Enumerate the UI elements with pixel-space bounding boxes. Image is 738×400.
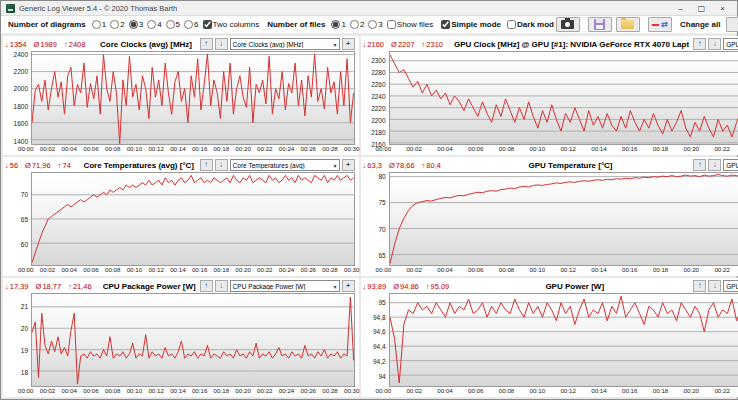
y-axis-labels: 140016001800200022002400 [5, 51, 31, 145]
diagrams-radio-input-2[interactable] [110, 20, 119, 29]
save-button[interactable] [588, 17, 612, 32]
diagrams-radio-3[interactable]: 3 [129, 20, 143, 29]
signal-dropdown[interactable]: Core Clocks (avg) [MHz]▾ [230, 38, 340, 50]
red-line-icon [652, 24, 659, 26]
signal-down-button[interactable]: ↓ [708, 38, 721, 50]
screenshot-button[interactable] [556, 17, 580, 32]
max-value: 21,46 [73, 282, 92, 291]
close-button[interactable]: × [713, 2, 732, 14]
diagrams-radio-input-4[interactable] [147, 20, 156, 29]
signal-up-button[interactable]: ↑ [693, 280, 706, 292]
add-signal-button[interactable]: + [342, 159, 355, 171]
show-files-checkbox[interactable] [387, 20, 396, 29]
y-tick-label: 20 [21, 324, 28, 331]
radio-label: 2 [120, 20, 124, 29]
avg-value: 2207 [398, 40, 415, 49]
x-tick-label: 00:04 [61, 266, 76, 275]
diagrams-radio-5[interactable]: 5 [166, 20, 180, 29]
signal-down-button[interactable]: ↓ [215, 159, 228, 171]
title-bar: Generic Log Viewer 5.4 - © 2020 Thomas B… [1, 1, 737, 15]
dark-mode-checkbox[interactable] [507, 20, 516, 29]
x-tick-label: 00:06 [468, 387, 483, 396]
diagrams-radio-4[interactable]: 4 [147, 20, 161, 29]
two-columns-checkbox[interactable] [203, 20, 212, 29]
radio-label: 3 [139, 20, 143, 29]
files-radio-input-1[interactable] [331, 20, 340, 29]
minimize-button[interactable]: – [671, 2, 690, 14]
dark-mode-checkbox-item[interactable]: Dark mod [507, 20, 556, 29]
two-columns-checkbox-item[interactable]: Two columns [203, 20, 260, 29]
avg-value: 71,96 [32, 161, 51, 170]
signal-up-button[interactable]: ↑ [693, 38, 706, 50]
add-signal-button[interactable]: + [342, 280, 355, 292]
signal-up-button[interactable]: ↑ [693, 159, 706, 171]
signal-down-button[interactable]: ↓ [215, 38, 228, 50]
diagrams-radio-1[interactable]: 1 [92, 20, 106, 29]
x-tick-label: 00:18 [653, 266, 668, 275]
x-tick-label: 00:14 [170, 266, 185, 275]
y-tick-label: 95 [378, 298, 385, 305]
diagrams-radio-input-6[interactable] [184, 20, 193, 29]
simple-mode-checkbox-item[interactable]: Simple mode [441, 20, 503, 29]
chart-title: CPU Package Power [W] [103, 282, 196, 291]
chart-plot-area [389, 293, 738, 387]
chart-title: GPU Temperature [°C] [452, 161, 689, 170]
max-value: 2408 [69, 40, 86, 49]
x-tick-label: 00:20 [235, 145, 250, 154]
signal-up-button[interactable]: ↑ [200, 38, 213, 50]
y-tick-label: 1800 [14, 102, 28, 109]
show-files-checkbox-item[interactable]: Show files [387, 20, 433, 29]
signal-up-button[interactable]: ↑ [200, 280, 213, 292]
chart-buttons: ↑ ↓ GPU Clock [MHz] @ GPU▾ + [693, 38, 738, 50]
x-tick-label: 00:16 [192, 145, 207, 154]
files-radio-2[interactable]: 2 [350, 20, 364, 29]
signal-down-button[interactable]: ↓ [215, 280, 228, 292]
signal-up-button[interactable]: ↑ [200, 159, 213, 171]
files-label: Number of files [267, 20, 325, 29]
signal-dropdown[interactable]: Core Temperatures (avg)▾ [230, 159, 340, 171]
x-tick-label: 00:28 [322, 145, 337, 154]
y-tick-label: 21 [21, 303, 28, 310]
x-tick-label: 00:10 [530, 266, 545, 275]
y-axis-labels: 9494,294,494,694,895 [363, 293, 389, 387]
y-tick-label: 1600 [14, 120, 28, 127]
chart-plot-area [31, 172, 355, 266]
open-folder-button[interactable] [616, 17, 640, 32]
files-radio-3[interactable]: 3 [368, 20, 382, 29]
change-all-up-button[interactable]: ↑ [726, 17, 738, 32]
diagrams-radio-input-5[interactable] [166, 20, 175, 29]
signal-dropdown[interactable]: GPU Clock [MHz] @ GPU▾ [723, 38, 738, 50]
chart-plot-area [31, 51, 355, 145]
x-axis-labels: 00:0000:0200:0400:0600:0800:1000:1200:14… [376, 387, 738, 396]
chart-buttons: ↑ ↓ Core Clocks (avg) [MHz]▾ + [200, 38, 355, 50]
diagrams-label: Number of diagrams [8, 20, 86, 29]
signal-dropdown[interactable]: GPU Temperature [°C]▾ [723, 159, 738, 171]
y-tick-label: 65 [21, 216, 28, 223]
signal-down-button[interactable]: ↓ [708, 159, 721, 171]
chart-plot-area [389, 172, 738, 266]
diagrams-radio-input-1[interactable] [92, 20, 101, 29]
signal-down-button[interactable]: ↓ [708, 280, 721, 292]
reset-colors-button[interactable]: ⇄ [648, 17, 672, 32]
x-tick-label: 00:06 [468, 145, 483, 154]
signal-dropdown[interactable]: CPU Package Power [W]▾ [230, 280, 340, 292]
files-radio-1[interactable]: 1 [331, 20, 345, 29]
simple-mode-checkbox[interactable] [441, 20, 450, 29]
diagrams-radio-6[interactable]: 6 [184, 20, 198, 29]
diagrams-radio-2[interactable]: 2 [110, 20, 124, 29]
files-radio-input-3[interactable] [368, 20, 377, 29]
avg-icon: Ø [393, 282, 399, 291]
diagrams-radio-input-3[interactable] [129, 20, 138, 29]
x-tick-label: 00:00 [376, 387, 391, 396]
files-radio-input-2[interactable] [350, 20, 359, 29]
x-tick-label: 00:22 [257, 145, 272, 154]
save-icon [594, 19, 605, 30]
signal-dropdown[interactable]: GPU Power [W]▾ [723, 280, 738, 292]
y-tick-label: 80 [378, 172, 385, 179]
max-value: 74 [62, 161, 70, 170]
add-signal-button[interactable]: + [342, 38, 355, 50]
x-tick-label: 00:22 [714, 266, 729, 275]
x-tick-label: 00:24 [279, 387, 294, 396]
x-tick-label: 00:04 [437, 145, 452, 154]
maximize-button[interactable]: ▢ [692, 2, 711, 14]
